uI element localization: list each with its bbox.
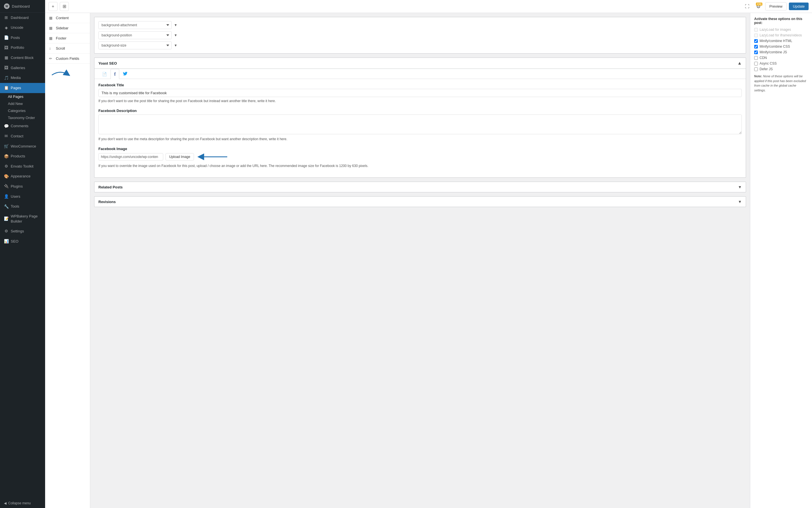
sidebar-item-media[interactable]: 🎵 Media xyxy=(0,73,45,83)
sidebar-item-appearance[interactable]: 🎨 Appearance xyxy=(0,171,45,182)
revisions-header[interactable]: Revisions ▼ xyxy=(94,197,746,207)
left-menu-scroll[interactable]: ↕ Scroll xyxy=(45,43,90,54)
sidebar-item-users[interactable]: 👤 Users xyxy=(0,192,45,202)
background-settings-box: background-attachment ▼ background-posit… xyxy=(94,17,746,54)
footer-item-icon: ▦ xyxy=(49,36,54,40)
arrow-annotation-area xyxy=(45,64,90,87)
sidebar-item-seo[interactable]: 📊 SEO xyxy=(0,237,45,247)
sidebar-item-settings[interactable]: ⚙ Settings xyxy=(0,226,45,237)
sidebar-item-label: Sidebar xyxy=(56,26,69,30)
async-css-checkbox[interactable] xyxy=(754,62,758,66)
sidebar-item-comments[interactable]: 💬 Comments xyxy=(0,121,45,131)
facebook-title-label: Facebook Title xyxy=(98,83,742,87)
fullscreen-button[interactable]: ⛶ xyxy=(742,2,752,11)
facebook-image-url-input[interactable] xyxy=(98,153,163,161)
yoast-seo-header[interactable]: Yoast SEO ▲ xyxy=(94,58,746,69)
lazyload-iframes-label: LazyLoad for iframes/videos xyxy=(760,33,802,37)
cdn-checkbox[interactable] xyxy=(754,56,758,60)
sidebar-item-wpbakery[interactable]: 📝 WPBakery Page Builder xyxy=(0,212,45,226)
sidebar-item-label: Products xyxy=(11,154,25,159)
sidebar-sub-all-pages[interactable]: All Pages xyxy=(0,93,45,100)
minify-html-checkbox[interactable] xyxy=(754,39,758,43)
sidebar-item-label: Settings xyxy=(11,229,24,234)
products-icon: 📦 xyxy=(4,154,8,159)
upload-image-button[interactable]: Upload Image xyxy=(166,153,194,161)
sidebar-item-dashboard[interactable]: ⊞ Dashboard xyxy=(0,13,45,23)
sidebar-item-label: Dashboard xyxy=(11,15,29,20)
yoast-tab-facebook[interactable]: f xyxy=(110,69,119,79)
content-item-icon: ▦ xyxy=(49,16,54,20)
galleries-icon: 🖼 xyxy=(4,65,8,71)
sidebar-logo[interactable]: W Dashboard xyxy=(0,0,45,13)
general-tab-icon: 📄 xyxy=(102,72,107,77)
sidebar-item-label: Appearance xyxy=(11,174,31,179)
left-menu-sidebar[interactable]: ▦ Sidebar xyxy=(45,23,90,33)
custom-fields-label: Custom Fields xyxy=(56,56,79,60)
minify-css-label: Minify/combine CSS xyxy=(760,45,790,48)
facebook-image-row: Upload Image xyxy=(98,153,742,161)
sidebar-sub-taxonomy-order[interactable]: Taxonomy Order xyxy=(0,114,45,121)
content-block-icon: ▦ xyxy=(4,55,8,60)
sidebar-item-plugins[interactable]: 🔌 Plugins xyxy=(0,181,45,192)
update-button[interactable]: Update xyxy=(789,3,809,10)
lazyload-images-checkbox[interactable] xyxy=(754,28,758,32)
facebook-image-label: Facebook Image xyxy=(98,147,742,151)
bg-position-select[interactable]: background-position xyxy=(98,31,172,39)
yoast-tab-twitter[interactable] xyxy=(119,69,131,79)
minify-css-checkbox[interactable] xyxy=(754,45,758,48)
sidebar-item-contact[interactable]: ✉ Contact xyxy=(0,131,45,141)
facebook-image-help: If you want to override the image used o… xyxy=(98,163,742,168)
preview-button[interactable]: Preview xyxy=(765,2,786,10)
cdn-label: CDN xyxy=(760,56,767,60)
yoast-tab-general[interactable]: 📄 xyxy=(98,69,110,79)
topbar: + ⊞ ⛶ ⚙ CSS Preview Update xyxy=(45,0,812,13)
sidebar-sub-add-new[interactable]: Add New xyxy=(0,100,45,107)
facebook-title-input[interactable] xyxy=(98,89,742,97)
note-text: None of these options will be applied if… xyxy=(754,75,806,92)
sidebar-dashboard-label: Dashboard xyxy=(12,4,30,8)
layout-icon: ⊞ xyxy=(62,4,66,9)
sidebar-item-envato[interactable]: ⚙ Envato Toolkit xyxy=(0,161,45,171)
sidebar-item-pages[interactable]: 📋 Pages xyxy=(0,83,45,93)
sidebar-item-posts[interactable]: 📄 Posts xyxy=(0,33,45,43)
defer-js-checkbox[interactable] xyxy=(754,68,758,71)
collapse-arrow-icon: ◀ xyxy=(4,501,6,505)
yoast-facebook-content: Facebook Title If you don't want to use … xyxy=(94,79,746,177)
tools-icon: 🔧 xyxy=(4,204,8,210)
footer-item-label: Footer xyxy=(56,36,66,40)
lazyload-iframes-checkbox[interactable] xyxy=(754,34,758,37)
bg-attachment-select[interactable]: background-attachment xyxy=(98,21,172,29)
settings-icon: ⚙ xyxy=(4,228,8,234)
sidebar-sub-categories[interactable]: Categories xyxy=(0,107,45,114)
left-menu-custom-fields[interactable]: ✏ Custom Fields xyxy=(45,54,90,64)
minify-js-checkbox[interactable] xyxy=(754,50,758,54)
sidebar-item-label: Comments xyxy=(11,124,29,129)
sidebar-item-woocommerce[interactable]: 🛒 WooCommerce xyxy=(0,141,45,152)
sidebar-item-label: Content Block xyxy=(11,55,34,60)
related-posts-header[interactable]: Related Posts ▼ xyxy=(94,182,746,192)
sidebar-item-tools[interactable]: 🔧 Tools xyxy=(0,202,45,212)
fullscreen-icon: ⛶ xyxy=(745,4,750,9)
collapse-menu[interactable]: ◀ Collapse menu xyxy=(0,498,45,508)
sidebar-item-portfolio[interactable]: 🖼 Portfolio xyxy=(0,43,45,53)
sidebar-item-products[interactable]: 📦 Products xyxy=(0,152,45,162)
layout-button[interactable]: ⊞ xyxy=(60,2,69,11)
wp-logo-icon: W xyxy=(4,3,10,9)
posts-icon: 📄 xyxy=(4,35,8,41)
revisions-title: Revisions xyxy=(98,200,116,204)
left-menu-content[interactable]: ▦ Content xyxy=(45,13,90,23)
upload-arrow-annotation xyxy=(196,153,230,161)
left-menu-footer[interactable]: ▦ Footer xyxy=(45,33,90,43)
content-area: ▦ Content ▦ Sidebar ▦ Footer ↕ Scroll ✏ … xyxy=(45,13,812,508)
sidebar-item-uncode[interactable]: ◈ Uncode xyxy=(0,23,45,33)
sidebar-item-galleries[interactable]: 🖼 Galleries xyxy=(0,63,45,73)
sidebar-item-label: Posts xyxy=(11,35,20,40)
css-button[interactable]: ⚙ CSS xyxy=(754,2,763,11)
cache-note: Note: None of these options will be appl… xyxy=(754,74,808,92)
add-block-button[interactable]: + xyxy=(48,2,57,11)
woocommerce-icon: 🛒 xyxy=(4,143,8,149)
sidebar-item-label: Users xyxy=(11,194,20,199)
bg-size-select[interactable]: background-size xyxy=(98,41,172,49)
sidebar-item-content-block[interactable]: ▦ Content Block xyxy=(0,53,45,63)
facebook-desc-textarea[interactable] xyxy=(98,115,742,134)
